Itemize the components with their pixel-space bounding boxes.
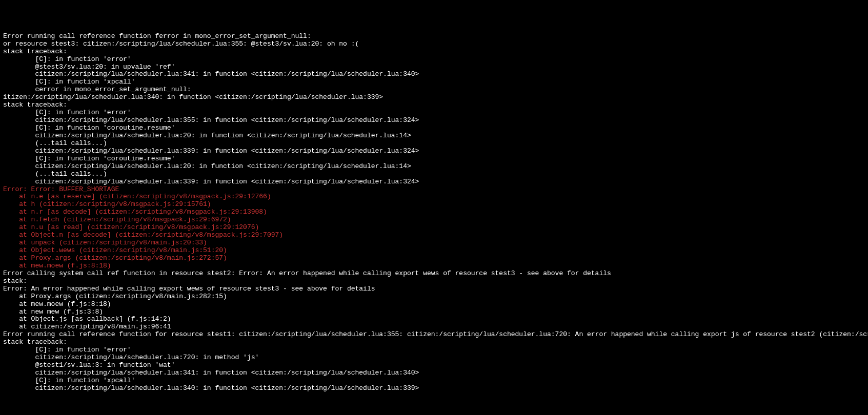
console-line: itizen:/scripting/lua/scheduler.lua:340:… bbox=[3, 94, 865, 101]
console-line: citizen:/scripting/lua/scheduler.lua:20:… bbox=[3, 163, 865, 171]
console-line: stack: bbox=[3, 278, 865, 285]
console-line: [C]: in function 'coroutine.resume' bbox=[3, 155, 865, 163]
console-line: citizen:/scripting/lua/scheduler.lua:341… bbox=[3, 71, 865, 78]
console-line: citizen:/scripting/lua/scheduler.lua:720… bbox=[3, 354, 865, 362]
console-line: @stest3/sv.lua:20: in upvalue 'ref' bbox=[3, 64, 865, 71]
console-line: at Object.wews (citizen:/scripting/v8/ma… bbox=[3, 247, 865, 255]
console-line: stack traceback: bbox=[3, 48, 865, 56]
console-line: at Object.js [as callback] (f.js:14:2) bbox=[3, 316, 865, 323]
console-line: at Object.n [as decode] (citizen:/script… bbox=[3, 232, 865, 239]
console-line: [C]: in function 'error' bbox=[3, 346, 865, 354]
console-line: Error calling system call ref function i… bbox=[3, 270, 865, 278]
console-line: citizen:/scripting/lua/scheduler.lua:341… bbox=[3, 369, 865, 377]
console-line: at new mew (f.js:3:8) bbox=[3, 308, 865, 316]
console-line: citizen:/scripting/lua/scheduler.lua:339… bbox=[3, 178, 865, 186]
console-line: at n.e [as reserve] (citizen:/scripting/… bbox=[3, 193, 865, 201]
console-line: citizen:/scripting/lua/scheduler.lua:339… bbox=[3, 148, 865, 155]
console-line: cerror in mono_error_set_argument_null: bbox=[3, 86, 865, 94]
console-line: at n.r [as decode] (citizen:/scripting/v… bbox=[3, 209, 865, 216]
console-line: citizen:/scripting/lua/scheduler.lua:355… bbox=[3, 117, 865, 125]
console-line: at n.fetch (citizen:/scripting/v8/msgpac… bbox=[3, 216, 865, 224]
console-line: [C]: in function 'coroutine.resume' bbox=[3, 125, 865, 132]
console-line: Error running call reference function fe… bbox=[3, 33, 865, 40]
console-line: stack traceback: bbox=[3, 101, 865, 109]
console-line: stack traceback: bbox=[3, 339, 865, 346]
console-line: [C]: in function 'xpcall' bbox=[3, 377, 865, 385]
console-line: Error running call reference function fo… bbox=[3, 331, 865, 339]
console-line: at Proxy.args (citizen:/scripting/v8/mai… bbox=[3, 255, 865, 262]
console-line: [C]: in function 'error' bbox=[3, 56, 865, 64]
console-line: [C]: in function 'xpcall' bbox=[3, 78, 865, 86]
console-line: at mew.moew (f.js:8:18) bbox=[3, 262, 865, 270]
console-line: (...tail calls...) bbox=[3, 171, 865, 178]
console-line: at n.u [as read] (citizen:/scripting/v8/… bbox=[3, 224, 865, 232]
console-line: Error: An error happened while calling e… bbox=[3, 285, 865, 293]
console-line: at mew.moew (f.js:8:18) bbox=[3, 301, 865, 308]
console-line: @stest1/sv.lua:3: in function 'wat' bbox=[3, 362, 865, 369]
console-line: Error: Error: BUFFER_SHORTAGE bbox=[3, 186, 865, 194]
console-line: at citizen:/scripting/v8/main.js:96:41 bbox=[3, 323, 865, 331]
console-line: or resource stest3: citizen:/scripting/l… bbox=[3, 40, 865, 48]
console-line: citizen:/scripting/lua/scheduler.lua:340… bbox=[3, 385, 865, 392]
console-line: at Proxy.args (citizen:/scripting/v8/mai… bbox=[3, 293, 865, 301]
console-line: [C]: in function 'error' bbox=[3, 109, 865, 117]
console-line: citizen:/scripting/lua/scheduler.lua:20:… bbox=[3, 132, 865, 140]
console-line: at h (citizen:/scripting/v8/msgpack.js:2… bbox=[3, 201, 865, 209]
console-line: (...tail calls...) bbox=[3, 140, 865, 148]
console-line: at unpack (citizen:/scripting/v8/main.js… bbox=[3, 239, 865, 247]
console-output: Error running call reference function fe… bbox=[3, 33, 865, 392]
